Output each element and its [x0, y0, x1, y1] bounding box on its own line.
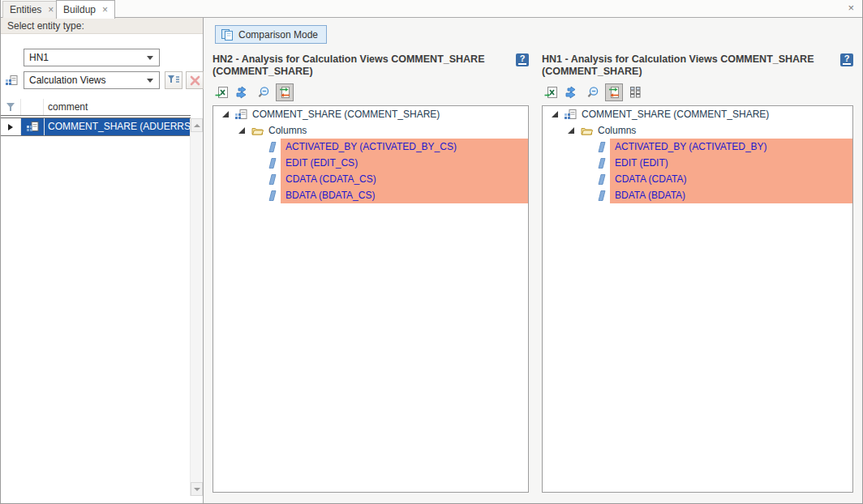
system-dropdown-value: HN1 — [24, 52, 147, 63]
entity-type-dropdown[interactable]: Calculation Views — [24, 71, 160, 89]
export-excel-button[interactable] — [213, 83, 230, 101]
export-excel-icon — [215, 86, 229, 99]
sync-selection-icon — [278, 86, 291, 99]
panel-hn2: HN2 - Analysis for Calculation Views COM… — [213, 53, 529, 493]
icon-column-header — [21, 99, 44, 115]
entity-table: comment — [1, 99, 203, 503]
expander-icon[interactable] — [566, 126, 576, 135]
comment-column-header[interactable]: comment — [44, 99, 191, 115]
expander-icon[interactable] — [221, 109, 230, 119]
diff-highlighted-item: EDIT (EDIT_CS) — [281, 155, 528, 171]
chevron-down-icon — [147, 79, 153, 83]
entity-table-header: comment — [1, 99, 191, 115]
column-chooser-icon — [629, 86, 642, 99]
column-leaf-icon — [596, 190, 607, 202]
tree-item[interactable]: ACTIVATED_BY (ACTIVATED_BY) — [543, 139, 852, 155]
filter-settings-button[interactable] — [165, 71, 182, 89]
tree-folder-label: Columns — [598, 125, 636, 136]
panel-hn2-header: HN2 - Analysis for Calculation Views COM… — [213, 53, 529, 79]
copy-pages-icon — [221, 28, 234, 41]
tab-buildup-label: Buildup — [63, 4, 96, 15]
sidebar: Select entity type: HN1 Calculation View… — [1, 18, 204, 503]
process-export-button[interactable] — [234, 83, 251, 101]
calculation-view-icon — [565, 109, 577, 121]
tab-entities-close-icon[interactable]: × — [48, 5, 54, 15]
tree-item[interactable]: EDIT (EDIT) — [543, 155, 852, 171]
calculation-view-icon — [235, 109, 247, 121]
tab-entities[interactable]: Entities × — [2, 1, 61, 18]
export-excel-icon — [544, 86, 558, 99]
row-indicator-icon — [8, 124, 13, 130]
tree-item[interactable]: CDATA (CDATA) — [543, 171, 852, 187]
arrow-down-icon — [194, 488, 200, 491]
process-arrows-icon — [565, 86, 579, 99]
sidebar-scrollbar[interactable] — [190, 118, 203, 496]
open-folder-icon — [251, 126, 264, 136]
diff-highlighted-item: BDATA (BDATA_CS) — [281, 187, 528, 203]
window-body: Select entity type: HN1 Calculation View… — [1, 18, 862, 503]
column-leaf-icon — [596, 157, 607, 169]
help-icon[interactable]: ? — [516, 53, 529, 66]
zoom-out-icon — [257, 86, 270, 99]
calculation-view-icon — [6, 75, 18, 90]
expander-icon[interactable] — [550, 109, 560, 119]
tree-item[interactable]: EDIT (EDIT_CS) — [213, 155, 528, 171]
panel-hn2-title: HN2 - Analysis for Calculation Views COM… — [213, 53, 509, 79]
clear-filter-button[interactable] — [186, 71, 204, 89]
help-icon[interactable]: ? — [840, 53, 853, 66]
column-leaf-icon — [596, 173, 607, 186]
row-indicator-cell — [1, 118, 21, 135]
diff-highlighted-item: BDATA (BDATA) — [610, 187, 852, 203]
column-leaf-icon — [267, 173, 277, 186]
red-x-icon — [189, 75, 201, 87]
process-arrows-icon — [235, 86, 250, 99]
column-leaf-icon — [267, 157, 277, 169]
zoom-out-button[interactable] — [255, 83, 273, 101]
entity-type-dropdown-value: Calculation Views — [24, 75, 147, 86]
table-row[interactable]: COMMENT_SHARE (ADUERRSTEIN_T — [1, 118, 191, 136]
diff-highlighted-item: ACTIVATED_BY (ACTIVATED_BY_CS) — [281, 139, 528, 155]
window-close-icon[interactable]: × — [848, 2, 854, 13]
tree-root-node[interactable]: COMMENT_SHARE (COMMENT_SHARE) — [543, 106, 852, 122]
diff-highlighted-item: EDIT (EDIT) — [610, 155, 852, 171]
tree-item[interactable]: BDATA (BDATA) — [543, 187, 852, 203]
main-area: Comparison Mode HN2 - Analysis for Calcu… — [204, 18, 862, 503]
process-export-button[interactable] — [563, 83, 581, 101]
chevron-down-icon — [147, 56, 153, 60]
diff-highlighted-item: CDATA (CDATA) — [610, 171, 852, 187]
panel-hn1-header: HN1 - Analysis for Calculation Views COM… — [542, 53, 853, 79]
panel-hn1: HN1 - Analysis for Calculation Views COM… — [542, 53, 853, 493]
tab-buildup[interactable]: Buildup × — [56, 0, 115, 19]
column-chooser-button[interactable] — [626, 83, 644, 101]
export-excel-button[interactable] — [542, 83, 560, 101]
tree-folder-label: Columns — [268, 125, 307, 136]
filter-funnel-icon — [167, 75, 180, 86]
comparison-mode-button[interactable]: Comparison Mode — [215, 25, 327, 44]
sync-selection-icon — [608, 86, 620, 99]
panel-hn1-title: HN1 - Analysis for Calculation Views COM… — [542, 53, 834, 79]
column-leaf-icon — [596, 141, 607, 153]
scroll-down-button[interactable] — [191, 482, 203, 496]
tree-folder-node[interactable]: Columns — [543, 122, 852, 139]
zoom-out-icon — [586, 86, 599, 99]
zoom-out-button[interactable] — [584, 83, 602, 101]
expander-icon[interactable] — [237, 126, 247, 135]
scroll-up-button[interactable] — [191, 118, 203, 132]
tab-entities-label: Entities — [10, 4, 41, 15]
tree-item[interactable]: CDATA (CDATA_CS) — [213, 171, 528, 187]
column-leaf-icon — [267, 141, 277, 153]
row-comment-value: COMMENT_SHARE (ADUERRSTEIN_T — [44, 118, 191, 135]
tree-item[interactable]: BDATA (BDATA_CS) — [213, 187, 528, 203]
tree-root-node[interactable]: COMMENT_SHARE (COMMENT_SHARE) — [213, 106, 528, 122]
system-dropdown[interactable]: HN1 — [24, 49, 160, 66]
column-filter-icon[interactable] — [1, 99, 21, 115]
sync-selection-toggle[interactable] — [276, 83, 294, 101]
tree-item[interactable]: ACTIVATED_BY (ACTIVATED_BY_CS) — [213, 139, 528, 155]
panel-hn1-tree: COMMENT_SHARE (COMMENT_SHARE) Colum — [542, 105, 853, 493]
panel-hn2-toolbar — [213, 83, 529, 102]
tree-folder-node[interactable]: Columns — [213, 122, 528, 139]
sync-selection-toggle[interactable] — [605, 83, 623, 101]
comparison-mode-label: Comparison Mode — [238, 29, 318, 41]
diff-highlighted-item: ACTIVATED_BY (ACTIVATED_BY) — [610, 139, 852, 155]
tab-buildup-close-icon[interactable]: × — [102, 5, 108, 15]
